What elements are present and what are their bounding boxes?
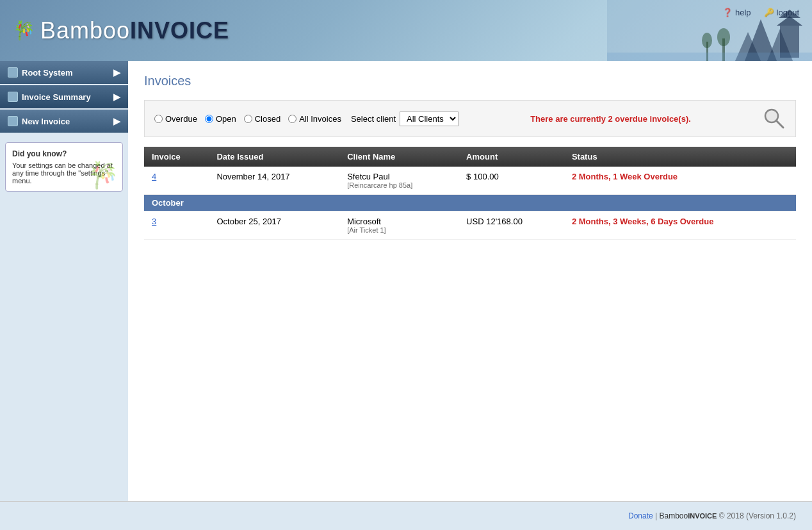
cell-client: Microsoft [Air Ticket 1]: [339, 211, 459, 240]
main-layout: Root System ▶ Invoice Summary ▶ New Invo…: [0, 61, 812, 501]
cell-invoice-num: 4: [144, 167, 209, 195]
sidebar-item-root-system[interactable]: Root System ▶: [0, 61, 128, 84]
filter-left: Overdue Open Closed All Invoices: [154, 112, 459, 126]
footer-bamboo-text: Bamboo: [659, 511, 688, 520]
footer-invoice-text: Invoice: [688, 512, 717, 520]
select-client-label: Select client: [351, 114, 396, 124]
client-name: Sfetcu Paul: [347, 172, 451, 181]
logo-invoice: INVOICE: [130, 17, 229, 44]
did-you-know-title: Did you know?: [12, 149, 116, 158]
sidebar-item-new-invoice[interactable]: New Invoice ▶: [0, 110, 128, 133]
client-sub: [Reincarcare hp 85a]: [347, 181, 451, 189]
svg-marker-1: [735, 32, 761, 61]
svg-marker-5: [777, 16, 802, 26]
filter-bar: Overdue Open Closed All Invoices: [144, 100, 796, 137]
invoice-summary-icon: [8, 92, 18, 102]
svg-point-10: [702, 33, 712, 48]
cell-amount: USD 12'168.00: [459, 211, 564, 240]
invoice-table: Invoice Date Issued Client Name Amount S…: [144, 147, 796, 240]
donate-link[interactable]: Donate: [628, 511, 653, 520]
cell-status: 2 Months, 3 Weeks, 6 Days Overdue: [564, 211, 796, 240]
svg-marker-3: [767, 29, 793, 61]
bamboo-leaf-icon: 🎋: [13, 20, 35, 41]
svg-marker-2: [745, 19, 777, 61]
footer-copyright: © 2018 (Version 1.0.2): [719, 511, 796, 520]
cell-amount: $ 100.00: [459, 167, 564, 195]
radio-all[interactable]: All Invoices: [288, 114, 341, 124]
svg-rect-11: [607, 53, 812, 61]
sidebar-item-invoice-summary[interactable]: Invoice Summary ▶: [0, 85, 128, 108]
status-badge-2: 2 Months, 3 Weeks, 6 Days Overdue: [572, 217, 714, 226]
client-filter: Select client All Clients: [351, 112, 459, 126]
app-header: 🎋 BambooINVOICE ❓ help 🔑 logout: [0, 0, 812, 61]
header-nav: ❓ help 🔑 logout: [722, 8, 799, 17]
filter-radios: Overdue Open Closed All Invoices: [154, 114, 341, 124]
radio-open[interactable]: Open: [205, 114, 236, 124]
table-group-header: October: [144, 195, 796, 211]
client-select[interactable]: All Clients: [400, 112, 459, 126]
arrow-icon-3: ▶: [113, 116, 120, 126]
table-header: Invoice Date Issued Client Name Amount S…: [144, 147, 796, 167]
cell-invoice-num: 3: [144, 211, 209, 240]
col-amount: Amount: [459, 147, 564, 167]
content-area: Invoices Overdue Open Closed: [128, 61, 812, 501]
arrow-icon: ▶: [113, 67, 120, 78]
overdue-notice: There are currently 2 overdue invoice(s)…: [459, 114, 763, 124]
page-title: Invoices: [144, 74, 796, 88]
table-row: 3 October 25, 2017 Microsoft [Air Ticket…: [144, 211, 796, 240]
col-date: Date Issued: [209, 147, 339, 167]
bamboo-decoration-icon: 🎋: [87, 162, 119, 188]
cell-date: November 14, 2017: [209, 167, 339, 195]
invoice-link-2[interactable]: 3: [152, 217, 156, 226]
logo-bamboo: Bamboo: [40, 17, 130, 44]
col-status: Status: [564, 147, 796, 167]
svg-rect-4: [780, 26, 799, 58]
help-link[interactable]: ❓ help: [722, 8, 751, 17]
cell-status: 2 Months, 1 Week Overdue: [564, 167, 796, 195]
arrow-icon-2: ▶: [113, 92, 120, 102]
invoice-link[interactable]: 4: [152, 172, 156, 181]
help-icon: ❓: [722, 8, 733, 17]
svg-rect-9: [706, 42, 708, 61]
logout-icon: 🔑: [764, 8, 774, 17]
table-body: 4 November 14, 2017 Sfetcu Paul [Reincar…: [144, 167, 796, 240]
status-badge: 2 Months, 1 Week Overdue: [572, 172, 678, 181]
search-button[interactable]: [763, 107, 786, 130]
svg-line-13: [776, 120, 783, 128]
logo-text: BambooINVOICE: [40, 17, 229, 44]
svg-point-8: [717, 28, 730, 46]
radio-closed[interactable]: Closed: [244, 114, 280, 124]
footer: Donate | BambooInvoice © 2018 (Version 1…: [0, 501, 812, 530]
col-invoice: Invoice: [144, 147, 209, 167]
cell-date: October 25, 2017: [209, 211, 339, 240]
cell-client: Sfetcu Paul [Reincarcare hp 85a]: [339, 167, 459, 195]
footer-brand: BambooInvoice: [659, 511, 719, 520]
sidebar: Root System ▶ Invoice Summary ▶ New Invo…: [0, 61, 128, 501]
root-system-icon: [8, 67, 18, 78]
radio-overdue[interactable]: Overdue: [154, 114, 197, 124]
svg-rect-7: [722, 38, 725, 61]
client-name: Microsoft: [347, 217, 451, 226]
search-icon: [763, 107, 786, 130]
logo: 🎋 BambooINVOICE: [13, 17, 229, 44]
table-row: 4 November 14, 2017 Sfetcu Paul [Reincar…: [144, 167, 796, 195]
group-label: October: [144, 195, 796, 211]
col-client: Client Name: [339, 147, 459, 167]
logout-link[interactable]: 🔑 logout: [764, 8, 799, 17]
new-invoice-icon: [8, 116, 18, 126]
did-you-know-box: Did you know? Your settings can be chang…: [5, 142, 123, 192]
client-sub: [Air Ticket 1]: [347, 226, 451, 234]
